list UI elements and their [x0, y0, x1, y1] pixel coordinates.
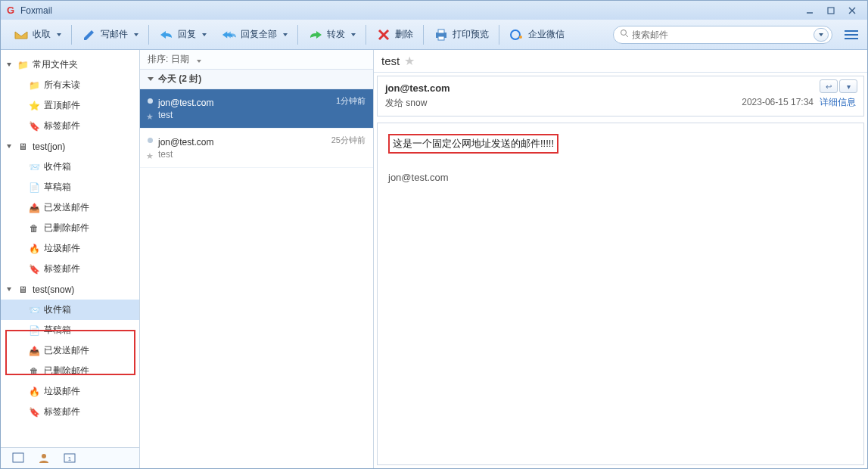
calendar-button[interactable]: 1	[63, 451, 76, 464]
toolbar: 收取 写邮件 回复 回复全部 转发 删除 打印预览	[1, 20, 867, 50]
body-highlight-line: 这是一个固定公网地址发送的邮件!!!!!	[388, 134, 558, 154]
svg-point-10	[519, 36, 522, 39]
sort-row[interactable]: 排序: 日期	[140, 50, 373, 70]
reply-all-icon	[222, 27, 237, 42]
reply-button[interactable]: 回复	[152, 23, 213, 46]
folder-icon: 📁	[28, 79, 40, 92]
print-label: 打印预览	[453, 28, 489, 41]
search-dropdown[interactable]	[814, 28, 829, 42]
preview-from: jon@test.com	[385, 82, 856, 94]
message-from: jon@test.com	[158, 98, 364, 108]
maximize-button[interactable]	[820, 4, 842, 17]
acct1-inbox[interactable]: 📨收件箱	[1, 157, 139, 177]
reply-all-label: 回复全部	[241, 28, 277, 41]
preview-date: 2023-06-15 17:34	[742, 97, 814, 107]
message-item[interactable]: ★ jon@test.com test 25分钟前	[140, 129, 373, 168]
inbox-icon: 📨	[28, 161, 40, 173]
search-input[interactable]	[632, 30, 815, 40]
trash-icon: 🗑	[28, 222, 40, 234]
acct2-tags[interactable]: 🔖标签邮件	[1, 402, 139, 422]
tag-icon: 🔖	[28, 120, 40, 132]
all-unread-folder[interactable]: 📁所有未读	[1, 75, 139, 95]
pinned-folder[interactable]: ⭐置顶邮件	[1, 95, 139, 116]
body-signature: jon@test.com	[388, 172, 853, 183]
compose-label: 写邮件	[101, 28, 128, 41]
acct1-tags[interactable]: 🔖标签邮件	[1, 259, 139, 279]
star-icon[interactable]: ★	[404, 54, 415, 68]
group-today[interactable]: 今天 (2 封)	[140, 70, 373, 89]
star-icon: ★	[146, 151, 154, 161]
junk-icon: 🔥	[28, 386, 40, 398]
compose-button[interactable]: 写邮件	[75, 23, 145, 46]
print-icon	[434, 27, 449, 42]
acct1-sent[interactable]: 📤已发送邮件	[1, 197, 139, 218]
reply-label: 回复	[178, 28, 196, 41]
app-logo-icon: G	[5, 5, 16, 16]
close-button[interactable]	[842, 4, 863, 17]
message-item[interactable]: ★ jon@test.com test 1分钟前	[140, 89, 373, 129]
acct2-inbox[interactable]: 📨收件箱	[1, 300, 139, 320]
inbox-icon: 📨	[28, 304, 40, 316]
header-reply-button[interactable]: ↩	[820, 79, 838, 93]
common-folder[interactable]: 📁常用文件夹	[1, 54, 139, 75]
folder-icon: 📁	[17, 59, 29, 71]
junk-icon: 🔥	[28, 243, 40, 255]
acct1-junk[interactable]: 🔥垃圾邮件	[1, 238, 139, 259]
message-subject: test	[158, 110, 364, 120]
forward-button[interactable]: 转发	[301, 23, 362, 46]
main-area: 📁常用文件夹 📁所有未读 ⭐置顶邮件 🔖标签邮件 🖥test(jon) 📨收件箱…	[1, 50, 867, 468]
group-label: 今天 (2 封)	[158, 73, 201, 85]
folder-sidebar: 📁常用文件夹 📁所有未读 ⭐置顶邮件 🔖标签邮件 🖥test(jon) 📨收件箱…	[1, 50, 140, 468]
pen-icon	[82, 27, 97, 42]
unread-dot-icon	[148, 98, 153, 104]
mail-view-button[interactable]	[11, 451, 25, 464]
sent-icon: 📤	[28, 345, 40, 357]
sidebar-bottom-bar: 1	[1, 447, 139, 469]
acct2-junk[interactable]: 🔥垃圾邮件	[1, 381, 139, 402]
inbox-icon	[14, 27, 29, 42]
main-menu-button[interactable]	[842, 26, 861, 43]
message-time: 25分钟前	[331, 135, 366, 146]
enterprise-label: 企业微信	[528, 28, 565, 41]
titlebar: G Foxmail	[1, 1, 867, 20]
acct2-trash[interactable]: 🗑已删除邮件	[1, 361, 139, 381]
acct2-sent[interactable]: 📤已发送邮件	[1, 340, 139, 361]
preview-subject: test	[381, 54, 400, 67]
delete-icon	[376, 27, 391, 42]
acct2-drafts[interactable]: 📄草稿箱	[1, 320, 139, 340]
svg-point-9	[511, 30, 520, 39]
account-snow[interactable]: 🖥test(snow)	[1, 279, 139, 300]
account-icon: 🖥	[17, 284, 29, 296]
delete-button[interactable]: 删除	[369, 23, 420, 46]
svg-rect-7	[438, 30, 444, 33]
trash-icon: 🗑	[28, 365, 40, 377]
message-time: 1分钟前	[336, 95, 366, 107]
header-more-button[interactable]: ▾	[839, 79, 857, 93]
search-icon	[620, 29, 629, 40]
chevron-down-icon	[194, 54, 201, 65]
receive-label: 收取	[33, 28, 51, 41]
acct1-drafts[interactable]: 📄草稿箱	[1, 177, 139, 197]
minimize-button[interactable]	[799, 4, 820, 17]
acct1-trash[interactable]: 🗑已删除邮件	[1, 218, 139, 238]
delete-label: 删除	[395, 28, 413, 41]
sort-label: 排序: 日期	[148, 53, 189, 66]
enterprise-button[interactable]: 企业微信	[502, 23, 571, 46]
account-jon[interactable]: 🖥test(jon)	[1, 136, 139, 157]
search-box[interactable]	[613, 26, 832, 44]
reply-all-button[interactable]: 回复全部	[215, 23, 294, 46]
folder-tree: 📁常用文件夹 📁所有未读 ⭐置顶邮件 🔖标签邮件 🖥test(jon) 📨收件箱…	[1, 50, 139, 422]
preview-pane: test ★ ↩ ▾ jon@test.com 发给 snow 2023-06-…	[374, 50, 867, 468]
drafts-icon: 📄	[28, 325, 40, 337]
tag-icon: 🔖	[28, 263, 40, 275]
tagged-folder[interactable]: 🔖标签邮件	[1, 116, 139, 136]
preview-body: 这是一个固定公网地址发送的邮件!!!!! jon@test.com	[377, 123, 864, 465]
svg-rect-8	[438, 36, 444, 40]
details-link[interactable]: 详细信息	[820, 97, 856, 107]
print-button[interactable]: 打印预览	[427, 23, 496, 46]
wecom-icon	[509, 27, 524, 42]
contacts-button[interactable]	[37, 451, 51, 464]
message-subject: test	[158, 149, 364, 160]
receive-button[interactable]: 收取	[7, 23, 68, 46]
app-title: Foxmail	[20, 5, 799, 16]
